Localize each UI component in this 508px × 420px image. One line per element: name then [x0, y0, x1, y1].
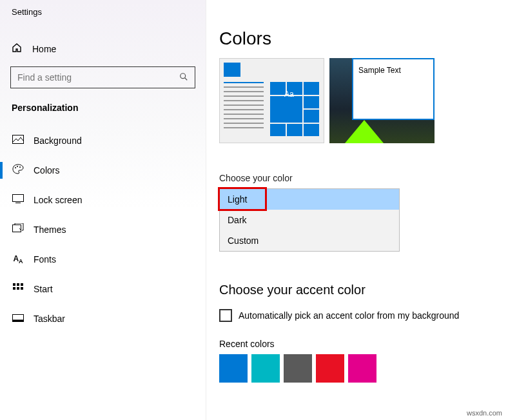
color-dropdown[interactable]: Light Dark Custom	[219, 188, 400, 252]
tent-icon	[345, 120, 384, 143]
svg-line-1	[185, 77, 188, 80]
svg-rect-14	[21, 287, 23, 290]
color-swatch[interactable]	[284, 354, 312, 383]
preview-window: Sample Text	[352, 58, 435, 120]
recent-colors-row	[219, 354, 508, 383]
svg-point-3	[15, 167, 16, 168]
search-icon	[179, 72, 188, 83]
search-box[interactable]	[10, 66, 195, 88]
sidebar-item-fonts[interactable]: AA Fonts	[0, 245, 206, 274]
svg-point-5	[19, 166, 21, 168]
choose-color-label: Choose your color	[219, 173, 508, 183]
app-title: Settings	[0, 0, 206, 17]
svg-rect-16	[13, 320, 24, 322]
accent-color-title: Choose your accent color	[219, 283, 508, 297]
sample-text-label: Sample Text	[353, 59, 433, 81]
main-content: Colors Aa Sample Text Choose your color …	[219, 0, 508, 383]
home-icon	[12, 43, 23, 55]
sidebar-item-start[interactable]: Start	[0, 274, 206, 304]
home-nav[interactable]: Home	[0, 36, 206, 61]
themes-icon	[12, 223, 24, 236]
sidebar-item-taskbar[interactable]: Taskbar	[0, 304, 206, 334]
svg-rect-7	[15, 203, 21, 203]
search-input[interactable]	[17, 72, 179, 83]
dropdown-option-custom[interactable]: Custom	[220, 230, 399, 251]
svg-rect-9	[13, 283, 15, 286]
color-swatch[interactable]	[348, 354, 376, 383]
nav-label: Colors	[34, 165, 59, 175]
svg-point-4	[17, 166, 18, 167]
svg-rect-10	[17, 283, 19, 286]
dropdown-option-dark[interactable]: Dark	[220, 210, 399, 230]
section-label: Personalization	[0, 88, 206, 121]
svg-rect-12	[13, 287, 15, 290]
taskbar-icon	[12, 313, 24, 325]
color-swatch[interactable]	[219, 354, 248, 383]
nav-list: Background Colors Lock screen Themes AA …	[0, 126, 206, 334]
sidebar-item-lockscreen[interactable]: Lock screen	[0, 185, 206, 215]
nav-label: Fonts	[34, 254, 56, 265]
page-title: Colors	[219, 28, 508, 49]
image-icon	[12, 135, 24, 146]
recent-colors-label: Recent colors	[219, 339, 508, 349]
fonts-icon: AA	[12, 254, 24, 265]
nav-label: Background	[34, 135, 82, 146]
svg-rect-11	[21, 283, 23, 286]
sidebar-item-background[interactable]: Background	[0, 126, 206, 155]
color-swatch[interactable]	[251, 354, 280, 383]
svg-rect-6	[13, 195, 24, 202]
nav-label: Lock screen	[34, 195, 82, 205]
preview-aa: Aa	[284, 90, 294, 99]
auto-pick-label: Automatically pick an accent color from …	[239, 310, 459, 321]
nav-label: Taskbar	[34, 314, 65, 324]
palette-icon	[12, 164, 24, 177]
start-icon	[12, 283, 24, 295]
sidebar-item-colors[interactable]: Colors	[0, 155, 206, 185]
watermark: wsxdn.com	[465, 408, 504, 417]
auto-pick-checkbox[interactable]	[219, 309, 232, 322]
dropdown-option-light[interactable]: Light	[220, 189, 399, 210]
color-swatch[interactable]	[316, 354, 344, 383]
sidebar: Settings Home Personalization Background…	[0, 0, 206, 420]
svg-point-0	[181, 73, 186, 78]
nav-label: Start	[34, 284, 53, 294]
home-label: Home	[32, 44, 56, 54]
preview-dark: Sample Text	[329, 58, 435, 143]
preview-row: Aa Sample Text	[219, 58, 508, 143]
svg-rect-13	[17, 287, 19, 290]
nav-label: Themes	[34, 225, 66, 235]
lockscreen-icon	[12, 194, 24, 206]
preview-light: Aa	[219, 58, 324, 143]
auto-pick-row[interactable]: Automatically pick an accent color from …	[219, 309, 508, 322]
sidebar-item-themes[interactable]: Themes	[0, 215, 206, 245]
